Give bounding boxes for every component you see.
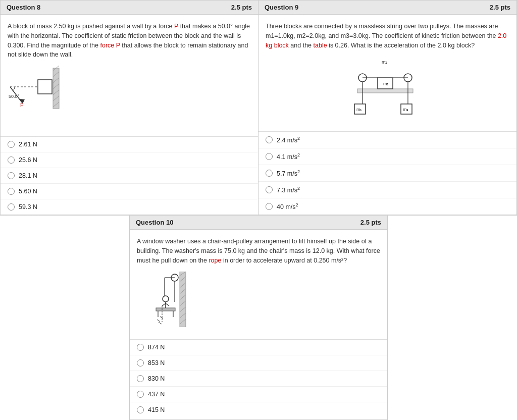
svg-text:P: P bbox=[20, 102, 24, 108]
q8-label-4: 5.60 N bbox=[19, 188, 37, 195]
q9-label-2: 4.1 m/s2 bbox=[277, 152, 300, 161]
question-8-text: A block of mass 2.50 kg is pushed agains… bbox=[8, 22, 251, 60]
q9-option-5[interactable]: 40 m/s2 bbox=[258, 198, 516, 215]
q8-option-5[interactable]: 59.3 N bbox=[1, 199, 258, 215]
q9-radio-5[interactable] bbox=[266, 203, 273, 210]
q10-radio-5[interactable] bbox=[137, 406, 144, 413]
q8-radio-1[interactable] bbox=[8, 141, 15, 148]
question-9-title: Question 9 bbox=[265, 4, 298, 11]
question-9-body: Three blocks are connected by a massless… bbox=[258, 15, 516, 131]
q10-radio-2[interactable] bbox=[137, 359, 144, 366]
svg-rect-42 bbox=[156, 308, 175, 311]
question-8-points: 2.5 pts bbox=[231, 4, 252, 11]
q8-option-3[interactable]: 28.1 N bbox=[1, 168, 258, 184]
q8-radio-2[interactable] bbox=[8, 156, 15, 164]
svg-line-50 bbox=[157, 320, 160, 322]
question-9-diagram: m₂ m₂ m₁ bbox=[266, 56, 509, 117]
q8-radio-3[interactable] bbox=[8, 172, 15, 179]
q10-label-4: 437 N bbox=[148, 391, 165, 398]
q9-radio-2[interactable] bbox=[266, 153, 273, 160]
q9-label-3: 5.7 m/s2 bbox=[277, 169, 300, 177]
svg-line-51 bbox=[159, 322, 162, 324]
q8-label-3: 28.1 N bbox=[19, 172, 37, 179]
question-10-wrapper: Question 10 2.5 pts A window washer uses… bbox=[0, 215, 517, 420]
q10-option-2[interactable]: 853 N bbox=[130, 355, 387, 371]
q10-option-5[interactable]: 415 N bbox=[130, 402, 387, 417]
q8-option-2[interactable]: 25.6 N bbox=[1, 152, 258, 168]
q9-label-4: 7.3 m/s2 bbox=[277, 186, 300, 194]
svg-line-52 bbox=[160, 317, 163, 319]
q9-option-4[interactable]: 7.3 m/s2 bbox=[258, 182, 516, 198]
q9-option-2[interactable]: 4.1 m/s2 bbox=[258, 148, 516, 165]
q8-label-1: 2.61 N bbox=[19, 141, 37, 148]
question-10-title: Question 10 bbox=[136, 219, 173, 226]
svg-line-47 bbox=[162, 303, 166, 306]
question-9-header: Question 9 2.5 pts bbox=[258, 1, 516, 15]
question-8-diagram: 50.0° P bbox=[8, 66, 251, 116]
q10-option-3[interactable]: 830 N bbox=[130, 371, 387, 387]
q9-label-5: 40 m/s2 bbox=[277, 202, 298, 211]
q8-option-1[interactable]: 2.61 N bbox=[1, 137, 258, 152]
question-8-header: Question 8 2.5 pts bbox=[1, 1, 258, 15]
svg-point-45 bbox=[163, 296, 169, 302]
question-9-text: Three blocks are connected by a massless… bbox=[266, 22, 509, 50]
q8-radio-5[interactable] bbox=[8, 203, 15, 211]
question-8-options: 2.61 N 25.6 N 28.1 N 5.60 N 59.3 N bbox=[1, 136, 258, 215]
svg-line-48 bbox=[166, 303, 169, 306]
svg-text:m₂: m₂ bbox=[383, 81, 389, 86]
q10-label-3: 830 N bbox=[148, 375, 165, 382]
q9-radio-4[interactable] bbox=[266, 186, 273, 193]
q10-radio-3[interactable] bbox=[137, 375, 144, 382]
svg-text:m₂: m₂ bbox=[382, 60, 388, 65]
q9-radio-1[interactable] bbox=[266, 136, 273, 143]
q10-label-2: 853 N bbox=[148, 359, 165, 366]
svg-rect-8 bbox=[38, 80, 52, 94]
q9-option-1[interactable]: 2.4 m/s2 bbox=[258, 132, 516, 148]
q10-label-1: 874 N bbox=[148, 344, 165, 351]
q9-option-3[interactable]: 5.7 m/s2 bbox=[258, 165, 516, 182]
svg-text:50.0°: 50.0° bbox=[9, 94, 20, 99]
question-10-box: Question 10 2.5 pts A window washer uses… bbox=[129, 216, 388, 420]
question-8-title: Question 8 bbox=[7, 4, 40, 11]
q10-radio-1[interactable] bbox=[137, 344, 144, 351]
question-8-box: Question 8 2.5 pts A block of mass 2.50 … bbox=[0, 0, 258, 215]
question-8-body: A block of mass 2.50 kg is pushed agains… bbox=[1, 15, 258, 136]
question-10-diagram bbox=[137, 272, 380, 327]
question-9-points: 2.5 pts bbox=[490, 4, 510, 11]
q8-radio-4[interactable] bbox=[8, 188, 15, 195]
q8-label-5: 59.3 N bbox=[19, 203, 37, 211]
q8-option-4[interactable]: 5.60 N bbox=[1, 184, 258, 199]
question-10-points: 2.5 pts bbox=[360, 219, 381, 226]
q8-label-2: 25.6 N bbox=[19, 156, 37, 164]
svg-rect-14 bbox=[357, 89, 413, 93]
question-9-box: Question 9 2.5 pts Three blocks are conn… bbox=[258, 0, 517, 215]
q10-option-1[interactable]: 874 N bbox=[130, 340, 387, 355]
svg-text:m₃: m₃ bbox=[403, 107, 409, 112]
question-10-header: Question 10 2.5 pts bbox=[130, 216, 387, 230]
question-10-body: A window washer uses a chair-and-pulley … bbox=[130, 230, 387, 339]
q10-label-5: 415 N bbox=[148, 406, 165, 413]
question-9-options: 2.4 m/s2 4.1 m/s2 5.7 m/s2 7.3 m/s2 40 m… bbox=[258, 131, 516, 215]
q9-radio-3[interactable] bbox=[266, 170, 273, 177]
q10-option-4[interactable]: 437 N bbox=[130, 387, 387, 402]
question-10-text: A window washer uses a chair-and-pulley … bbox=[137, 237, 380, 265]
question-10-options: 874 N 853 N 830 N 437 N 415 N bbox=[130, 339, 387, 417]
q9-label-1: 2.4 m/s2 bbox=[277, 136, 300, 144]
svg-text:m₁: m₁ bbox=[356, 107, 363, 112]
q10-radio-4[interactable] bbox=[137, 391, 144, 398]
